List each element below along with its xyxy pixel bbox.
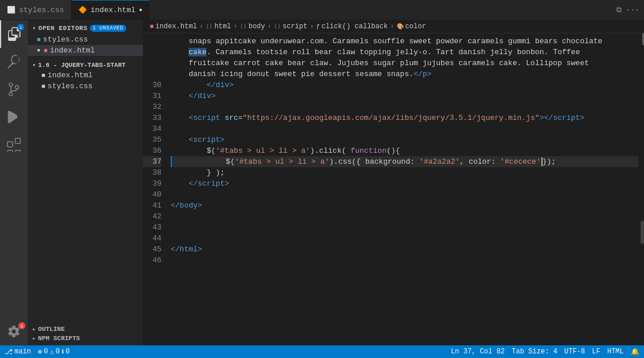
breadcrumb-color[interactable]: 🎨 color	[397, 22, 426, 31]
warning-icon: ⚠	[50, 348, 54, 356]
index-html-label: index.html	[50, 46, 95, 55]
line-36: $('#tabs > ul > li > a').click( function…	[171, 145, 638, 156]
color-icon: 🎨	[397, 23, 404, 30]
sidebar-item-index-html[interactable]: ● ■ index.html	[28, 45, 143, 56]
outline-label: OUTLINE	[38, 326, 65, 333]
ln-col: Ln 37, Col 82	[451, 348, 505, 356]
split-editor-icon[interactable]: ⧉	[616, 6, 622, 14]
breadcrumb-click[interactable]: ƒ click() callback	[316, 22, 387, 31]
breadcrumb-html[interactable]: ⟨⟩ html	[206, 22, 231, 31]
bell-icon: 🔔	[631, 348, 639, 356]
folder-label: 1.6 - JQUERY-TABS-START	[38, 62, 126, 69]
unsaved-dot: ●	[139, 7, 142, 13]
breadcrumb-sep-4: ›	[310, 22, 314, 31]
breadcrumb-sep-1: ›	[199, 22, 204, 31]
activity-source-control[interactable]	[0, 76, 28, 103]
encoding-label: UTF-8	[564, 348, 585, 356]
language-label: HTML	[607, 348, 624, 356]
npm-scripts-label: NPM SCRIPTS	[38, 335, 80, 342]
tab-label-styles: styles.css	[19, 6, 64, 14]
status-left: ⎇ main ⊗ 0 ⚠ 0 ℹ 0	[5, 348, 70, 356]
tab-size[interactable]: Tab Size: 4	[512, 348, 558, 356]
scrollbar[interactable]	[638, 33, 644, 345]
settings-badge: 1	[18, 322, 25, 329]
chevron-down-icon: ▾	[32, 25, 36, 32]
breadcrumb-sep-2: ›	[234, 22, 238, 31]
tab-bar: ⬜ styles.css 🔶 index.html ● ⧉ ···	[0, 0, 644, 20]
outline-header[interactable]: ▸ OUTLINE	[28, 325, 143, 334]
activity-search[interactable]	[0, 48, 28, 76]
status-bar: ⎇ main ⊗ 0 ⚠ 0 ℹ 0 Ln 37, Col 82 Tab Siz…	[0, 345, 644, 358]
code-lines[interactable]: </div> </div> <script src="https://ajax.…	[171, 80, 638, 345]
info-num: 0	[66, 348, 70, 356]
folder-styles-label: styles.css	[48, 82, 93, 91]
status-right: Ln 37, Col 82 Tab Size: 4 UTF-8 LF HTML …	[451, 348, 639, 356]
line-39: </script>	[171, 178, 638, 189]
breadcrumb: ■ index.html › ⟨⟩ html › ⟨⟩ body › ⟨⟩ sc…	[143, 20, 644, 33]
html-icon: ■	[44, 47, 48, 54]
text-line-3: fruitcake carrot cake bear claw. Jujubes…	[171, 58, 638, 69]
css-file-icon: ⬜	[7, 6, 16, 14]
html-file-icon: 🔶	[78, 6, 87, 14]
scrollbar-thumb[interactable]	[641, 221, 644, 244]
activity-explorer[interactable]: 1	[0, 20, 28, 48]
activity-settings[interactable]: 1	[0, 318, 28, 345]
breadcrumb-sep-3: ›	[268, 22, 272, 31]
chevron-right-icon-npm: ▸	[32, 335, 36, 342]
open-editors-header[interactable]: ▾ OPEN EDITORS 1 UNSAVED	[28, 22, 143, 34]
more-actions-icon[interactable]: ···	[626, 6, 639, 14]
editor-container: ■ index.html › ⟨⟩ html › ⟨⟩ body › ⟨⟩ sc…	[143, 20, 644, 345]
tab-bar-actions: ⧉ ···	[612, 6, 644, 14]
encoding[interactable]: UTF-8	[564, 348, 585, 356]
explorer-badge: 1	[17, 24, 24, 31]
line-32	[171, 101, 638, 112]
folder-html-icon: ■	[42, 72, 46, 79]
line-38: } );	[171, 167, 638, 178]
line-ending[interactable]: LF	[592, 348, 600, 356]
unsaved-badge: 1 UNSAVED	[90, 25, 126, 32]
tab-index-html[interactable]: 🔶 index.html ●	[71, 0, 150, 20]
css-icon: ■	[37, 36, 41, 43]
sidebar-bottom: ▸ OUTLINE ▸ NPM SCRIPTS	[28, 322, 143, 345]
search-icon	[7, 55, 21, 69]
tag-icon-1: ⟨⟩	[206, 23, 213, 30]
text-line-2: cake. Caramels tootsie roll bear claw to…	[171, 47, 638, 58]
info-icon: ℹ	[62, 348, 64, 355]
folder-item-index-html[interactable]: ■ index.html	[28, 70, 143, 81]
git-branch[interactable]: ⎇ main	[5, 348, 31, 356]
errors-count[interactable]: ⊗ 0 ⚠ 0 ℹ 0	[38, 348, 70, 356]
tab-styles-css[interactable]: ⬜ styles.css	[0, 0, 71, 20]
folder-header[interactable]: ▾ 1.6 - JQUERY-TABS-START	[28, 61, 143, 70]
folder-css-icon: ■	[42, 83, 46, 90]
line-30: </div>	[171, 80, 638, 91]
html-file-breadcrumb-icon: ■	[150, 23, 154, 30]
warnings-num: 0	[55, 348, 59, 356]
breadcrumb-script[interactable]: ⟨⟩ script	[274, 22, 307, 31]
text-line-1: snaps appitcake underuwear.com. Caramels…	[171, 36, 638, 47]
tag-icon-2: ⟨⟩	[240, 23, 247, 30]
activity-run[interactable]	[0, 103, 28, 131]
editor-content[interactable]: snaps appitcake underuwear.com. Caramels…	[143, 33, 644, 345]
activity-extensions[interactable]	[0, 131, 28, 159]
source-control-icon	[7, 82, 21, 96]
npm-scripts-header[interactable]: ▸ NPM SCRIPTS	[28, 334, 143, 343]
text-line-4: danish icing donut sweet pie dessert ses…	[171, 69, 638, 80]
func-icon: ƒ	[316, 24, 319, 30]
activity-bar: 1 1	[0, 20, 28, 345]
breadcrumb-index[interactable]: ■ index.html	[150, 22, 197, 31]
language-mode[interactable]: HTML	[607, 348, 624, 356]
folder-item-styles-css[interactable]: ■ styles.css	[28, 81, 143, 92]
main-layout: 1 1	[0, 20, 644, 345]
tab-label-index: index.html	[91, 6, 135, 14]
notifications[interactable]: 🔔	[631, 348, 639, 356]
error-icon: ⊗	[38, 348, 42, 356]
cursor-position[interactable]: Ln 37, Col 82	[451, 348, 505, 356]
sidebar-item-styles-css[interactable]: ■ styles.css	[28, 34, 143, 45]
line-35: <script>	[171, 134, 638, 145]
open-editors-section: ▾ OPEN EDITORS 1 UNSAVED ■ styles.css ● …	[28, 20, 143, 58]
breadcrumb-body[interactable]: ⟨⟩ body	[240, 22, 265, 31]
chevron-down-icon-folder: ▾	[32, 62, 36, 69]
folder-section: ▾ 1.6 - JQUERY-TABS-START ■ index.html ■…	[28, 58, 143, 94]
line-numbers-top	[143, 33, 171, 80]
folder-index-label: index.html	[48, 71, 93, 80]
